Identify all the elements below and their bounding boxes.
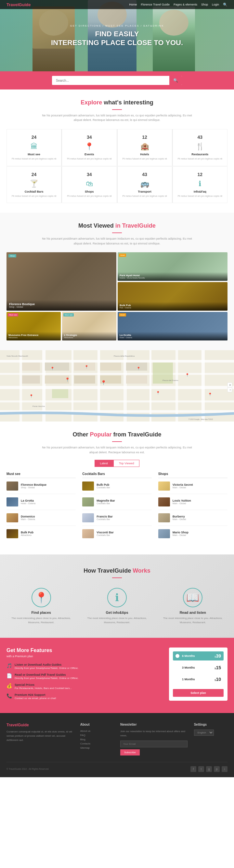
feature-prices: 💰 Special Prices For Restaurants, Hotels… [6, 683, 162, 690]
footer-link-sitemap[interactable]: Sitemap [80, 746, 114, 749]
category-shops[interactable]: 34 🛍 Shops Pli metus fuisset et am pro l… [62, 166, 117, 203]
feature-audio-desc: Directly from your Smartphone/Tablet, On… [15, 666, 78, 670]
popular-item-info: Louis Vuitton Main - Global [173, 499, 191, 504]
popular-item[interactable]: Florence Boutique Shop - Global [6, 482, 76, 494]
cat-icon-must-see: 🏛 [10, 142, 58, 151]
plan-6months[interactable]: 6 Months $39 [173, 651, 224, 660]
popular-item[interactable]: Domenico Main - Osteria [6, 513, 76, 526]
explore-title-normal: Explore [81, 99, 102, 106]
popular-name: Domenico [21, 515, 35, 518]
gallery-sublabel-grotta: Hotel - Osteria [120, 337, 226, 339]
col1-title: Must see [6, 472, 76, 478]
social-twitter[interactable]: t [198, 766, 204, 772]
nav-search-icon[interactable]: 🔍 [223, 3, 228, 7]
social-google[interactable]: g [206, 766, 212, 772]
popular-item[interactable]: Burberry Main - Global [158, 513, 228, 526]
search-button[interactable]: 🔍 [169, 76, 182, 85]
plan-name-1m: 1 Months [182, 678, 212, 681]
category-must-see[interactable]: 24 🏛 Must see Pli metus fuisset et am pr… [6, 129, 61, 166]
popular-item-info: Domenico Main - Osteria [21, 515, 35, 520]
hw-col2-desc: The most interesting place close to you.… [158, 616, 228, 625]
svg-rect-19 [74, 375, 95, 383]
footer-link-faq[interactable]: FAQ [80, 734, 114, 737]
cat-number: 12 [121, 134, 169, 140]
popular-item-info: Francis Bar Cocktails Bar [97, 515, 113, 520]
popular-item-info: Florence Boutique Shop - Global [21, 483, 47, 489]
how-col-find: 📍 Find places The most interesting place… [6, 588, 76, 625]
popular-item[interactable]: Mario Shop Main - Global [158, 529, 228, 541]
category-events[interactable]: 34 📍 Events Pli metus fuisset et am pro … [62, 129, 117, 166]
popular-type: Cocktails Bar [97, 518, 113, 520]
gallery-sublabel-park: Hotels - Via la Hotels Novella [120, 277, 226, 279]
gallery-museum[interactable]: Must see Museums Free Entrance Attractio… [6, 312, 61, 340]
plan-name-3m: 3 Months [182, 666, 212, 669]
gallery-orologio[interactable]: Must see L'Orologio Attractions [62, 312, 116, 340]
language-select[interactable]: English [194, 730, 214, 736]
footer-link-contacts[interactable]: Contacts [80, 742, 114, 745]
feature-prices-title: Special Prices [15, 683, 72, 686]
plan-1month[interactable]: 1 Months $10 [173, 675, 224, 684]
popular-name: Visconti Bar [97, 531, 113, 534]
gallery-grotta[interactable]: Hotel La Grotta Hotel - Osteria [118, 312, 228, 340]
svg-text:📍: 📍 [65, 377, 70, 382]
filter-top-viewed[interactable]: Top Viewed [113, 460, 139, 467]
search-input[interactable] [52, 76, 169, 85]
gallery-park[interactable]: Hotel Park Hyatt Hotel Hotels - Via la H… [118, 252, 228, 281]
nav-shop[interactable]: Shop [201, 3, 208, 6]
hw-col0-desc: The most interesting place close to you.… [6, 616, 76, 625]
popular-item[interactable]: Magnolie Bar Cocktails Bar [82, 497, 152, 510]
feature-support: 📞 Premium H24 Support Contact us via ema… [6, 693, 162, 700]
gallery-bulk[interactable]: Bulk Pub Pub - Osteria [118, 282, 228, 311]
explore-desc: Ne his posurant posidimam adversarium, l… [39, 113, 195, 123]
footer-link-about[interactable]: About us [80, 730, 114, 733]
popular-item[interactable]: Bulk Pub Cocktails Bar [82, 482, 152, 494]
thumb-bulk-dark [6, 529, 18, 538]
svg-rect-8 [72, 350, 74, 422]
svg-text:📍: 📍 [156, 391, 160, 395]
filter-latest[interactable]: Latest [95, 460, 114, 467]
map-section[interactable]: 📍 📍 📍 📍 📍 📍 📍 📍 📍 Viale Niccolò Machiave… [0, 350, 234, 422]
gallery-boutique[interactable]: Shop Florence Boutique Shop - Global [6, 252, 116, 311]
social-pinterest[interactable]: p [214, 766, 220, 772]
popular-item[interactable]: Louis Vuitton Main - Global [158, 497, 228, 510]
get-info-icon: ℹ [107, 588, 127, 607]
popular-item[interactable]: Victoria Secret Main - Global [158, 482, 228, 494]
select-plan-button[interactable]: Select plan [173, 689, 224, 697]
footer-link-blog[interactable]: Blog [80, 738, 114, 741]
popular-type: Main - Global [173, 486, 193, 489]
category-transport[interactable]: 43 🚌 Transport Pli metus fuisset et am p… [117, 166, 172, 203]
social-instagram[interactable]: i [222, 766, 228, 772]
nav-pages[interactable]: Pages & elements [174, 3, 197, 6]
popular-type: Cocktails Bar [97, 486, 110, 489]
popular-name: Mario Shop [173, 531, 188, 534]
social-facebook[interactable]: f [190, 766, 196, 772]
cat-number: 43 [176, 134, 224, 140]
cat-icon-cocktail: 🍸 [10, 180, 58, 188]
popular-item[interactable]: Visconti Bar Cocktails Bar [82, 529, 152, 541]
nav-florence[interactable]: Florence Travel Guide [141, 3, 170, 6]
gallery-label-grotta: La Grotta [120, 334, 226, 337]
most-viewed-section: Most Viewed in TravelGuide Ne his posura… [0, 213, 234, 350]
subscribe-button[interactable]: Subscribe [120, 749, 140, 755]
popular-item[interactable]: La Grotta Hotel - Osteria [6, 497, 76, 510]
svg-rect-11 [150, 350, 152, 422]
popular-item[interactable]: Bulk Pub Attractions [6, 529, 76, 541]
popular-item[interactable]: Francis Bar Cocktails Bar [82, 513, 152, 526]
cat-desc: Pli metus fuisset et am pro legiinus cop… [176, 194, 224, 198]
thumb-louis [158, 497, 170, 506]
nav-login[interactable]: Login [212, 3, 219, 6]
brand-logo[interactable]: TravelGuide [6, 2, 30, 7]
plan-3months[interactable]: 3 Months $15 [173, 663, 224, 672]
category-hotels[interactable]: 12 🏨 Hotels Pli metus fuisset et am pro … [117, 129, 172, 166]
newsletter-email-input[interactable] [120, 741, 187, 747]
cat-number: 34 [65, 134, 113, 140]
hw-divider [112, 578, 122, 578]
category-info[interactable]: 12 ℹ Info&Faq Pli metus fuisset et am pr… [173, 166, 228, 203]
category-restaurants[interactable]: 43 🍴 Restaurants Pli metus fuisset et am… [173, 129, 228, 166]
nav-home[interactable]: Home [129, 3, 137, 6]
cat-name: Cocktail Bars [10, 190, 58, 193]
hw-col0-title: Find places [6, 611, 76, 615]
svg-text:📍: 📍 [50, 366, 55, 371]
svg-rect-16 [45, 363, 69, 371]
category-cocktail-bars[interactable]: 24 🍸 Cocktail Bars Pli metus fuisset et … [6, 166, 61, 203]
